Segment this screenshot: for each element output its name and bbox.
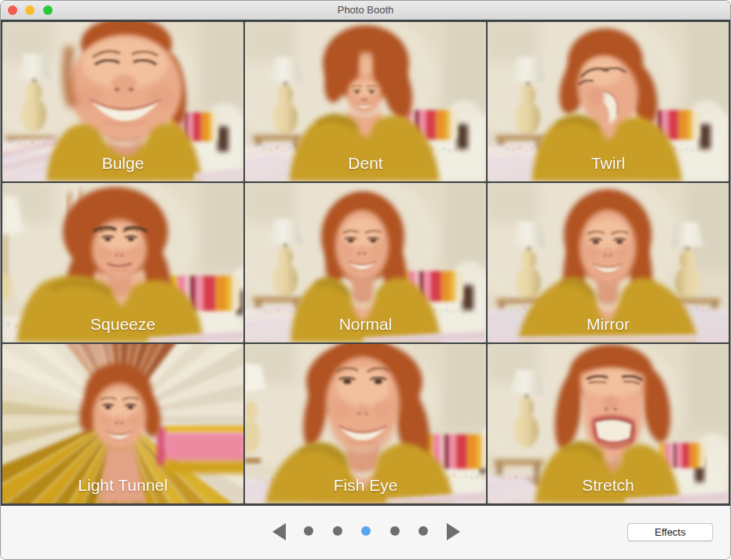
svg-text:Fish Eye: Fish Eye <box>334 476 398 494</box>
svg-text:Dent: Dent <box>348 154 383 172</box>
svg-text:Light Tunnel: Light Tunnel <box>78 476 167 494</box>
svg-text:Mirror: Mirror <box>587 315 630 333</box>
svg-text:Squeeze: Squeeze <box>90 315 155 333</box>
svg-text:Bulge: Bulge <box>102 154 144 172</box>
svg-text:Stretch: Stretch <box>582 476 634 494</box>
svg-text:Normal: Normal <box>339 315 393 333</box>
svg-text:Twirl: Twirl <box>591 154 625 172</box>
